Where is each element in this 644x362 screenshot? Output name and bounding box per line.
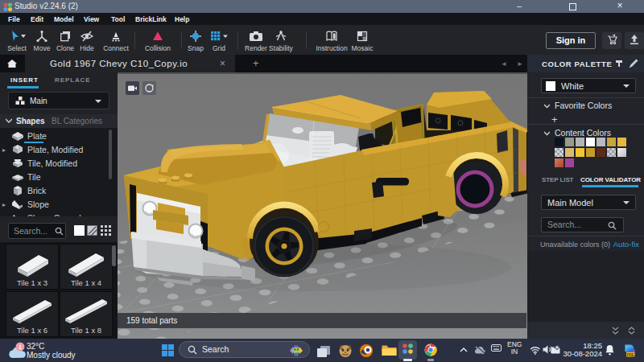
svg-text:1: 1	[19, 343, 23, 351]
svg-text:PRE: PRE	[627, 353, 634, 357]
